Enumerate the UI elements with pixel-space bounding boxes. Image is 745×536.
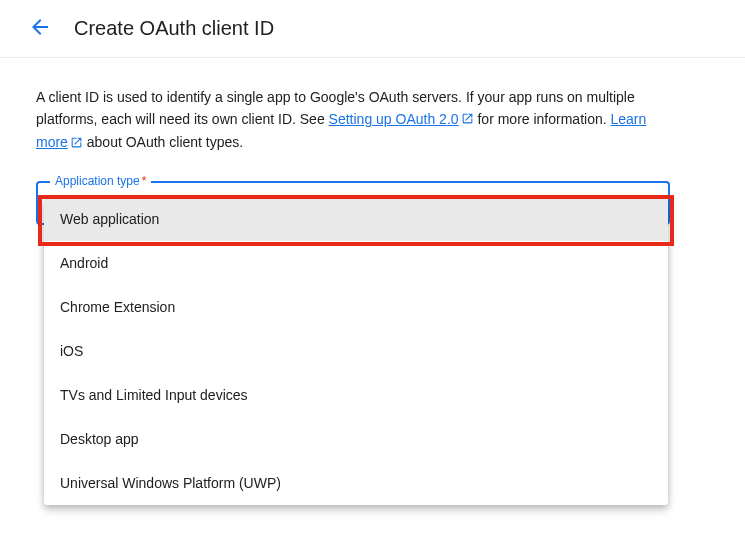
option-web-application[interactable]: Web application — [44, 197, 668, 241]
arrow-back-icon — [28, 15, 52, 43]
required-marker: * — [142, 174, 147, 188]
option-chrome-extension[interactable]: Chrome Extension — [44, 285, 668, 329]
setup-oauth-link[interactable]: Setting up OAuth 2.0 — [329, 111, 474, 127]
option-android[interactable]: Android — [44, 241, 668, 285]
external-link-icon — [70, 133, 83, 155]
page-header: Create OAuth client ID — [0, 0, 745, 58]
description-text: A client ID is used to identify a single… — [36, 86, 676, 155]
description-part2: for more information. — [474, 111, 611, 127]
application-type-dropdown: Web applicationAndroidChrome ExtensioniO… — [44, 197, 668, 505]
option-tvs-and-limited-input-devices[interactable]: TVs and Limited Input devices — [44, 373, 668, 417]
description-part3: about OAuth client types. — [83, 134, 243, 150]
application-type-field: Application type* Web applicationAndroid… — [36, 181, 670, 225]
content-area: A client ID is used to identify a single… — [0, 58, 745, 253]
back-button[interactable] — [20, 9, 60, 49]
field-label: Application type* — [50, 174, 151, 188]
option-desktop-app[interactable]: Desktop app — [44, 417, 668, 461]
page-title: Create OAuth client ID — [74, 17, 274, 40]
option-ios[interactable]: iOS — [44, 329, 668, 373]
external-link-icon — [461, 109, 474, 131]
option-universal-windows-platform-uwp-[interactable]: Universal Windows Platform (UWP) — [44, 461, 668, 505]
